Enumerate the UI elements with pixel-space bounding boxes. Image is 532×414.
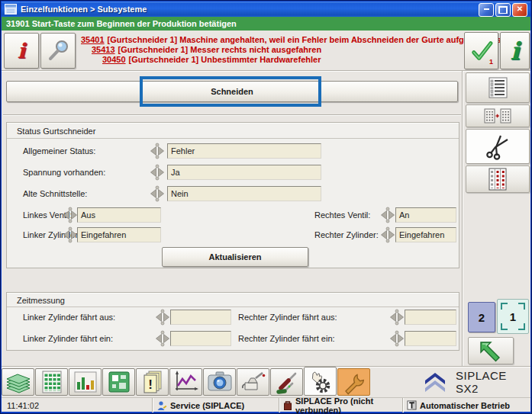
field-label: Linker Zylinder fährt ein: (23, 334, 113, 343)
title-bar: Einzelfunktionen > Subsysteme ✕ (2, 2, 530, 17)
error-code-link[interactable]: 35413 (92, 45, 115, 54)
page-1-label: 1 (510, 310, 516, 323)
nav-diamond-icon[interactable] (156, 309, 169, 326)
linkes-ventil-field[interactable]: Aus (77, 207, 161, 223)
rechtes-ventil-field[interactable]: An (395, 207, 456, 223)
divider (3, 114, 461, 116)
nav-diamond-icon[interactable] (63, 226, 77, 243)
back-button[interactable] (468, 337, 514, 364)
rechter-zylinder-field[interactable]: Eingefahren (395, 227, 456, 242)
toolbar-stacked-boards-button[interactable] (2, 368, 34, 396)
toolbar-camera-button[interactable] (203, 368, 236, 396)
wrench-icon (341, 369, 367, 395)
sidebar-error-list-button[interactable] (466, 72, 530, 103)
sidebar-table-transfer-button[interactable] (466, 104, 530, 127)
status-group-title: Status Gurtschneider (17, 127, 95, 136)
nav-diamond-icon[interactable] (150, 164, 164, 181)
field-label: Alte Schnittstelle: (23, 189, 87, 198)
allgemeiner-status-field[interactable]: Fehler (167, 143, 321, 159)
alte-schnittstelle-field[interactable]: Nein (167, 186, 321, 201)
linker-zylinder-ein-field[interactable] (170, 331, 231, 346)
toolbar-error-log-button[interactable]: ! (136, 368, 169, 396)
linker-zylinder-field[interactable]: Eingefahren (77, 227, 161, 242)
scissors-icon (484, 133, 511, 160)
zeitmessung-group-title: Zeitmessung (17, 296, 65, 305)
error-text: [Gurtschneider 1] Unbestimmter Hardwaref… (129, 55, 321, 64)
error-row[interactable]: 35413[Gurtschneider 1] Messer rechts nic… (81, 45, 461, 55)
schneiden-button[interactable]: Schneiden (6, 81, 458, 102)
nav-diamond-icon[interactable] (390, 309, 404, 326)
statistics-chart-icon (73, 371, 98, 393)
info-red-icon: i (18, 39, 25, 63)
aktualisieren-button-label: Aktualisieren (208, 252, 261, 262)
brand-area: SIPLACE SX2 (421, 369, 530, 395)
sidebar-tape-cutter-button[interactable] (466, 129, 530, 164)
statusbar-mode: Automatischer Betrieb (402, 398, 532, 412)
error-documents-icon: ! (141, 370, 164, 394)
svg-text:!: ! (148, 377, 153, 392)
nav-diamond-icon[interactable] (156, 330, 169, 347)
camera-icon (207, 371, 233, 393)
close-button[interactable]: ✕ (512, 3, 527, 17)
aktualisieren-button[interactable]: Aktualisieren (162, 247, 308, 267)
toolbar-trend-graph-button[interactable] (169, 368, 202, 396)
mode-icon (407, 400, 417, 410)
error-code-link[interactable]: 35401 (81, 35, 105, 44)
toolbar-statistics-button[interactable] (69, 368, 102, 396)
error-row[interactable]: 35401[Gurtschneider 1] Maschine angehalt… (81, 35, 461, 45)
trend-graph-icon (174, 371, 198, 393)
nav-diamond-icon[interactable] (390, 330, 404, 347)
linker-zylinder-aus-field[interactable] (170, 310, 231, 325)
window-title: Einzelfunktionen > Subsysteme (21, 5, 147, 14)
divider (7, 306, 459, 307)
toolbar-manual-operation-button[interactable] (304, 367, 337, 396)
back-arrow-icon (478, 339, 504, 362)
sidebar-tape-matrix-button[interactable] (466, 165, 530, 193)
status-bar: 11:41:02 Service (SIPLACE) SIPLACE Pro (… (2, 397, 530, 412)
confirm-badge: 1 (489, 58, 493, 66)
error-code-link[interactable]: 30450 (102, 55, 126, 64)
statusbar-connection: SIPLACE Pro (nicht verbunden) (279, 398, 407, 412)
mode-text: Automatischer Betrieb (420, 401, 510, 410)
station-panel-icon (108, 371, 131, 393)
nav-diamond-icon[interactable] (63, 207, 77, 223)
info-green-icon: i (510, 37, 519, 66)
rechter-zylinder-ein-field[interactable] (405, 331, 456, 346)
maximize-button[interactable] (495, 3, 511, 17)
nav-diamond-icon[interactable] (381, 226, 395, 243)
error-row[interactable]: 30450[Gurtschneider 1] Unbestimmter Hard… (81, 55, 461, 65)
toolbar-maintenance-button[interactable] (237, 368, 269, 396)
user-text: Service (SIPLACE) (170, 401, 244, 410)
confirm-errors-button[interactable]: 1 (464, 32, 498, 69)
page-2-button[interactable]: 2 (468, 302, 495, 332)
page-1-button[interactable]: 1 (497, 299, 529, 334)
nav-diamond-icon[interactable] (150, 185, 164, 202)
connection-text: SIPLACE Pro (nicht verbunden) (295, 396, 407, 414)
stacked-boards-icon (5, 370, 32, 394)
error-list-icon (485, 75, 510, 100)
clock-text: 11:41:02 (7, 401, 39, 410)
error-message-list: 35401[Gurtschneider 1] Maschine angehalt… (81, 35, 461, 65)
nav-diamond-icon[interactable] (150, 143, 164, 159)
field-label: Linker Zylinder fährt aus: (23, 313, 115, 322)
toolbar-station-panel-button[interactable] (102, 368, 135, 396)
toolbar-diagnostics-button[interactable] (270, 368, 303, 396)
error-detail-button[interactable] (40, 33, 76, 69)
rechter-zylinder-aus-field[interactable] (405, 310, 456, 325)
toolbar-service-button[interactable] (337, 368, 370, 396)
help-info-button[interactable]: i (500, 32, 530, 69)
instruction-bar: 31901 Start-Taste zum Beginnen der Produ… (2, 17, 530, 30)
app-icon (5, 4, 17, 14)
minimize-button[interactable] (479, 3, 494, 17)
field-label: Allgemeiner Status: (23, 146, 95, 156)
table-transfer-icon (483, 107, 512, 125)
toolbar-component-table-button[interactable] (35, 368, 68, 396)
tape-matrix-icon (487, 167, 508, 191)
siplace-chevron-logo (421, 370, 449, 394)
field-label: Rechter Zylinder fährt ein: (238, 334, 335, 343)
error-info-button[interactable]: i (4, 33, 39, 69)
nav-diamond-icon[interactable] (381, 207, 395, 223)
error-text: [Gurtschneider 1] Messer rechts nicht au… (118, 45, 322, 54)
statusbar-user: Service (SIPLACE) (152, 398, 283, 412)
spannung-vorhanden-field[interactable]: Ja (167, 165, 321, 180)
